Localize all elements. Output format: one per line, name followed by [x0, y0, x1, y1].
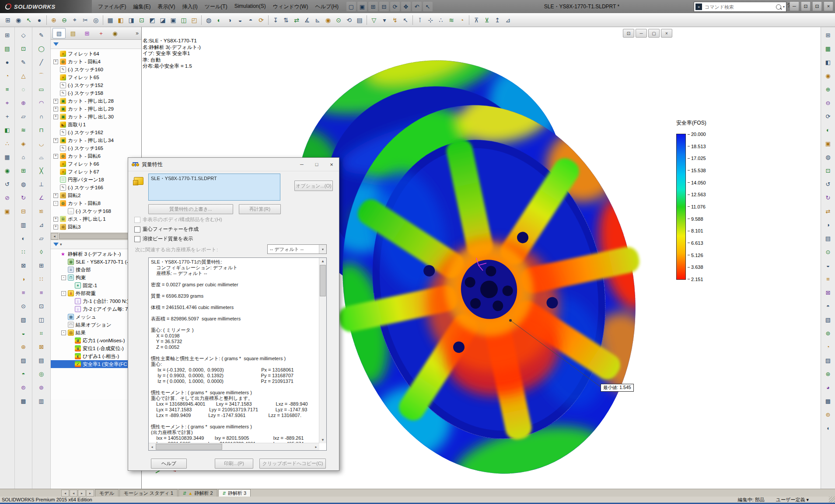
- tool-icon[interactable]: ≡: [36, 288, 47, 298]
- chevron-down-icon[interactable]: ▾: [319, 245, 326, 254]
- tab-nav-button[interactable]: ◂: [61, 490, 69, 497]
- tool-icon[interactable]: ∴: [2, 139, 13, 149]
- tab-nav-button[interactable]: ▸: [78, 490, 86, 497]
- tree-row[interactable]: ✎ (-) スケッチ165: [51, 144, 141, 152]
- tool-icon[interactable]: ◎: [36, 369, 47, 379]
- tool-icon[interactable]: ⊛: [18, 342, 29, 352]
- tool-icon[interactable]: ▣: [822, 139, 834, 149]
- quick-tool-icon[interactable]: ⊟: [379, 2, 389, 11]
- quick-tool-icon[interactable]: ✥: [401, 2, 411, 11]
- tool-icon[interactable]: ⊠: [822, 288, 834, 298]
- tool-icon[interactable]: ✂: [80, 15, 91, 25]
- tool-icon[interactable]: ⊘: [2, 193, 13, 203]
- tool-icon[interactable]: ▦: [822, 44, 834, 54]
- tool-icon[interactable]: [46, 15, 47, 25]
- search-icon[interactable]: [776, 4, 781, 10]
- tool-icon[interactable]: [412, 15, 413, 25]
- scroll-down-icon[interactable]: ▼: [319, 437, 326, 443]
- tool-icon[interactable]: ∩: [36, 111, 47, 122]
- tree-row[interactable]: ✎ (-) スケッチ152: [51, 81, 141, 89]
- menu-item[interactable]: ツール(T): [201, 2, 231, 11]
- tool-icon[interactable]: ⟳: [256, 15, 266, 25]
- tool-icon[interactable]: ◈: [18, 139, 29, 149]
- tool-icon[interactable]: ◨: [126, 15, 136, 25]
- tool-icon[interactable]: ◓: [18, 369, 29, 379]
- tool-icon[interactable]: ◉: [13, 15, 24, 25]
- command-search[interactable]: » ▾: [694, 2, 786, 12]
- tool-icon[interactable]: ✎: [36, 30, 47, 40]
- tool-icon[interactable]: ▤: [354, 15, 365, 25]
- quick-tool-icon[interactable]: ↶: [412, 2, 422, 11]
- feature-filter-bar[interactable]: [51, 40, 141, 49]
- expander-icon[interactable]: -: [61, 330, 66, 335]
- dialog-title-bar[interactable]: 質量特性 ─ □ ×: [128, 158, 339, 171]
- expander-icon[interactable]: +: [53, 59, 58, 64]
- tool-icon[interactable]: [469, 15, 469, 25]
- tool-icon[interactable]: ∷: [36, 274, 47, 284]
- tool-icon[interactable]: ◔: [2, 71, 13, 81]
- tool-icon[interactable]: ⌓: [36, 152, 47, 162]
- tool-icon[interactable]: ↖: [24, 15, 34, 25]
- tool-icon[interactable]: ◡: [36, 139, 47, 149]
- scroll-right-icon[interactable]: ▸: [313, 443, 319, 450]
- tool-icon[interactable]: ⇅: [281, 15, 291, 25]
- menu-item[interactable]: ヘルプ(H): [311, 2, 342, 11]
- panel-tab[interactable]: +: [94, 28, 108, 38]
- tool-icon[interactable]: ↻: [18, 193, 29, 203]
- menu-item[interactable]: ファイル(F): [94, 2, 129, 11]
- recalculate-button[interactable]: 再計算(R): [239, 204, 281, 214]
- tool-icon[interactable]: ◑: [822, 220, 834, 230]
- expander-icon[interactable]: -: [61, 275, 66, 280]
- quick-tool-icon[interactable]: ⊞: [368, 2, 378, 11]
- tool-icon[interactable]: ⊞: [18, 166, 29, 176]
- tree-row[interactable]: + ◍ カット - 回転4: [51, 58, 141, 66]
- tool-icon[interactable]: ⊡: [36, 301, 47, 311]
- tool-icon[interactable]: ◉: [323, 15, 333, 25]
- override-mass-properties-button[interactable]: 質量特性の上書き...: [148, 204, 233, 214]
- tool-icon[interactable]: ◇: [18, 30, 29, 40]
- tool-icon[interactable]: ◍: [18, 179, 29, 189]
- checkbox-icon[interactable]: [134, 217, 140, 223]
- tool-icon[interactable]: ⊚: [822, 328, 834, 338]
- tool-icon[interactable]: ▣: [2, 206, 13, 216]
- help-button[interactable]: ヘルプ: [151, 459, 187, 469]
- tool-icon[interactable]: ◑: [18, 274, 29, 284]
- tool-icon[interactable]: ◍: [203, 15, 214, 25]
- tool-icon[interactable]: ⊞: [3, 15, 13, 25]
- options-button[interactable]: オプション...(O): [294, 181, 333, 191]
- tool-icon[interactable]: ↥: [492, 15, 503, 25]
- tool-icon[interactable]: ▧: [18, 315, 29, 325]
- panel-tab[interactable]: ◉: [108, 28, 122, 38]
- tool-icon[interactable]: ▤: [2, 44, 13, 54]
- expander-icon[interactable]: +: [53, 225, 58, 229]
- panel-tab[interactable]: ▧: [52, 28, 66, 38]
- tool-icon[interactable]: ▦: [105, 15, 115, 25]
- tool-icon[interactable]: ▤: [822, 233, 834, 243]
- tool-icon[interactable]: ≡: [2, 84, 13, 94]
- coordinate-system-dropdown[interactable]: -- デフォルト -- ▾: [267, 244, 327, 254]
- tool-icon[interactable]: ≋: [446, 15, 457, 25]
- tool-icon[interactable]: ◉: [822, 71, 834, 81]
- tool-icon[interactable]: ◖: [822, 423, 834, 433]
- tool-icon[interactable]: ↯: [390, 15, 400, 25]
- tool-icon[interactable]: ◪: [157, 15, 168, 25]
- tool-icon[interactable]: ⊾: [312, 15, 323, 25]
- quick-tool-icon[interactable]: ⟳: [390, 2, 400, 11]
- tool-icon[interactable]: ◫: [178, 15, 189, 25]
- menu-item[interactable]: Simulation(S): [231, 2, 269, 11]
- selection-box[interactable]: SLE・YS8X-1770-T1.SLDPRT: [148, 174, 280, 201]
- results-vertical-scrollbar[interactable]: ▲ ▼: [319, 258, 326, 443]
- tool-icon[interactable]: ⊞: [36, 261, 47, 271]
- tool-icon[interactable]: [268, 15, 269, 25]
- tree-row[interactable]: + ▣ カット - 押し出し29: [51, 105, 141, 113]
- quick-tool-icon[interactable]: ↖: [423, 2, 433, 11]
- quick-tool-icon[interactable]: ▢: [346, 2, 356, 11]
- checkbox-icon[interactable]: [134, 236, 140, 242]
- tool-icon[interactable]: ◑: [224, 15, 235, 25]
- tool-icon[interactable]: ⊥: [36, 179, 47, 189]
- tool-icon[interactable]: ◫: [36, 315, 47, 325]
- tool-icon[interactable]: ◒: [822, 261, 834, 271]
- dialog-minimize-button[interactable]: ─: [294, 158, 309, 170]
- tool-icon[interactable]: ⊿: [36, 220, 47, 230]
- mdi-window-button[interactable]: ▢: [648, 29, 660, 38]
